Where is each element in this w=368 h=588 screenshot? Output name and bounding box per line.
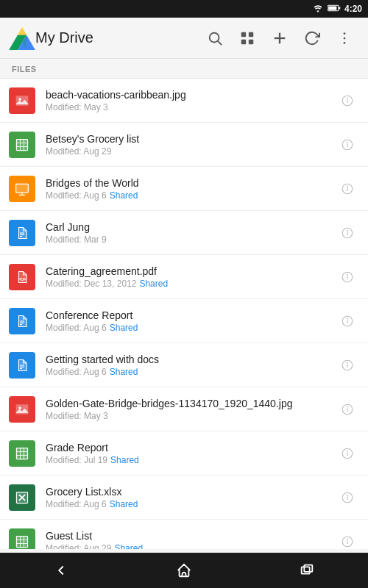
file-list: beach-vacations-caribbean.jpg Modified: … [0,79,368,549]
file-info-button[interactable] [336,354,359,377]
file-item[interactable]: Bridges of the World Modified: Aug 6Shar… [0,167,368,211]
bottom-nav [0,553,368,588]
svg-point-22 [347,98,348,98]
svg-point-30 [347,142,348,143]
svg-point-42 [347,230,348,231]
status-time: 4:20 [344,4,362,14]
file-info: Grocery List.xlsx Modified: Aug 6Shared [46,486,336,509]
status-icons: 4:20 [312,4,362,15]
svg-point-16 [344,37,346,39]
drive-logo [9,26,35,50]
home-button[interactable] [162,556,206,585]
file-item[interactable]: Guest List Modified: Aug 29Shared [0,520,368,549]
file-info: Golden-Gate-Bridge-bridges-1134170_1920_… [46,398,336,421]
file-info-button[interactable] [336,221,359,245]
file-meta: Modified: Aug 6Shared [46,323,336,333]
file-name: Conference Report [46,309,336,321]
svg-rect-100 [301,567,309,573]
file-meta: Modified: Aug 29Shared [46,543,336,550]
file-type-icon [9,528,35,550]
svg-point-71 [347,451,348,451]
file-item[interactable]: Betsey's Grocery list Modified: Aug 29 [0,123,368,167]
file-type-icon [9,352,35,379]
svg-rect-23 [17,139,28,150]
file-type-icon [9,132,35,158]
file-meta: Modified: Mar 9 [46,234,336,245]
file-item[interactable]: PDF Catering_agreement.pdf Modified: Dec… [0,255,368,299]
file-meta: Modified: Aug 6Shared [46,190,336,201]
file-meta: Modified: Dec 13, 2012Shared [46,279,336,289]
grid-view-button[interactable] [233,24,262,53]
file-name: beach-vacations-caribbean.jpg [46,89,336,101]
file-info-button[interactable] [336,486,359,509]
svg-text:PDF: PDF [18,277,26,282]
file-info: Carl Jung Modified: Mar 9 [46,221,336,245]
file-type-icon [9,176,35,202]
file-item[interactable]: Carl Jung Modified: Mar 9 [0,211,368,255]
file-info: Guest List Modified: Aug 29Shared [46,530,336,550]
svg-rect-64 [17,448,28,459]
file-meta: Modified: Jul 19Shared [46,455,336,465]
file-info-button[interactable] [336,133,359,157]
file-item[interactable]: beach-vacations-caribbean.jpg Modified: … [0,79,368,123]
file-info-button[interactable] [336,89,359,112]
file-type-icon [9,308,35,334]
file-name: Guest List [46,530,336,542]
file-info-button[interactable] [336,265,359,289]
file-type-icon: PDF [9,264,35,290]
file-item[interactable]: Conference Report Modified: Aug 6Shared [0,299,368,343]
svg-rect-10 [249,32,253,36]
file-name: Carl Jung [46,221,336,233]
file-meta: Modified: Aug 6Shared [46,499,336,509]
svg-rect-78 [17,536,28,547]
svg-marker-5 [18,26,26,35]
file-type-icon [9,396,35,423]
file-info-button[interactable] [336,530,359,550]
file-info: Catering_agreement.pdf Modified: Dec 13,… [46,265,336,289]
file-name: Grade Report [46,442,336,453]
file-item[interactable]: Golden-Gate-Bridge-bridges-1134170_1920_… [0,387,368,431]
file-info: Conference Report Modified: Aug 6Shared [46,309,336,333]
file-item[interactable]: Getting started with docs Modified: Aug … [0,343,368,387]
recent-apps-button[interactable] [285,556,329,585]
file-info-button[interactable] [336,309,359,333]
svg-rect-1 [328,6,336,10]
file-info-button[interactable] [336,398,359,421]
file-meta: Modified: May 3 [46,411,336,421]
toolbar-actions [200,24,359,53]
svg-line-8 [218,41,222,45]
file-name: Getting started with docs [46,354,336,365]
svg-rect-9 [241,32,246,36]
top-bar: My Drive [0,18,368,59]
svg-rect-12 [249,39,253,43]
svg-point-19 [18,98,21,100]
file-name: Bridges of the World [46,177,336,189]
back-button[interactable] [39,556,83,585]
more-options-button[interactable] [330,24,359,53]
svg-rect-2 [339,7,340,10]
file-meta: Modified: Aug 29 [46,146,336,157]
file-info-button[interactable] [336,442,359,465]
file-name: Grocery List.xlsx [46,486,336,498]
file-info: Betsey's Grocery list Modified: Aug 29 [46,133,336,157]
file-type-icon [9,440,35,467]
search-button[interactable] [200,24,230,53]
file-name: Catering_agreement.pdf [46,265,336,277]
svg-point-7 [210,32,219,42]
svg-point-85 [347,539,348,539]
svg-point-36 [347,186,348,187]
file-item[interactable]: Grade Report Modified: Jul 19Shared [0,431,368,476]
svg-point-46 [347,274,348,275]
add-button[interactable] [265,24,294,53]
file-info: Bridges of the World Modified: Aug 6Shar… [46,177,336,201]
files-section-label: FILES [0,59,368,79]
wifi-icon [312,4,324,15]
file-meta: Modified: May 3 [46,102,336,112]
svg-point-52 [347,318,348,319]
refresh-button[interactable] [297,24,327,53]
file-info-button[interactable] [336,177,359,201]
svg-rect-101 [304,565,312,572]
file-item[interactable]: Grocery List.xlsx Modified: Aug 6Shared [0,476,368,520]
file-name: Betsey's Grocery list [46,133,336,145]
file-type-icon [9,87,35,114]
